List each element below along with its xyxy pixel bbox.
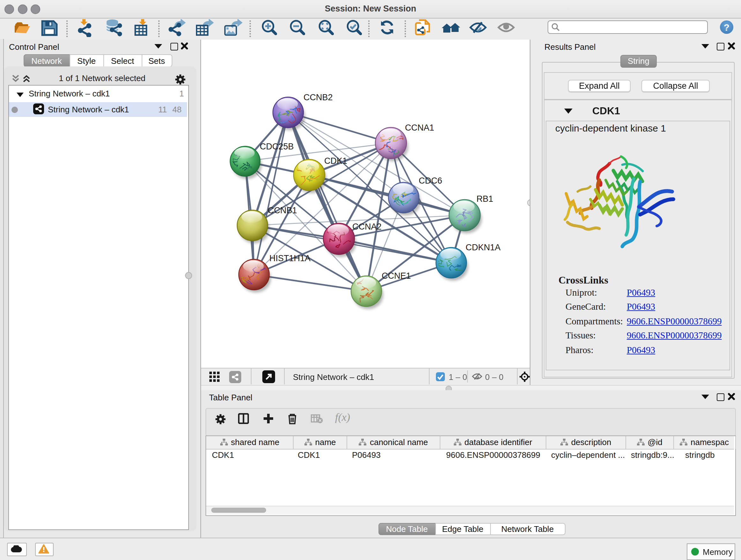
svg-text:CDK1: CDK1 (324, 156, 347, 166)
svg-text:CDC25B: CDC25B (260, 142, 294, 151)
svg-text:CCNB2: CCNB2 (304, 92, 333, 102)
svg-text:CCNB1: CCNB1 (268, 206, 297, 215)
svg-text:CDC6: CDC6 (419, 176, 442, 186)
svg-text:RB1: RB1 (476, 194, 493, 204)
svg-text:CCNE1: CCNE1 (382, 271, 411, 281)
svg-text:CDKN1A: CDKN1A (466, 243, 501, 252)
svg-text:CCNA1: CCNA1 (405, 123, 434, 132)
svg-text:CCNA2: CCNA2 (352, 222, 382, 232)
svg-text:HIST1H1A: HIST1H1A (269, 253, 311, 263)
